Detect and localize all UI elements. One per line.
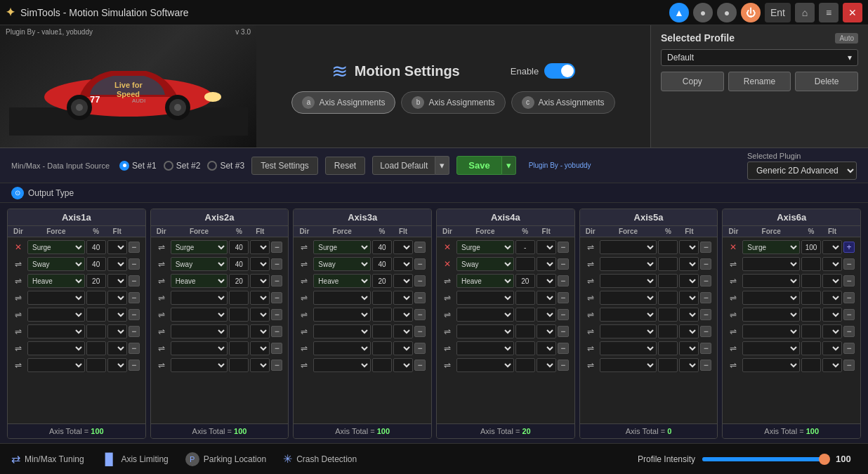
force-select[interactable] [171, 308, 228, 322]
copy-button[interactable]: Copy [661, 72, 724, 91]
force-select[interactable]: Surge [456, 240, 514, 254]
flt-select[interactable] [537, 240, 556, 254]
icon-btn-3[interactable]: ● [717, 3, 737, 22]
flt-select[interactable] [537, 341, 556, 355]
flt-select[interactable] [679, 308, 699, 322]
flt-select[interactable] [822, 341, 842, 355]
pct-input[interactable] [372, 324, 392, 338]
bottom-parking-location[interactable]: P Parking Location [185, 452, 266, 466]
force-select[interactable]: Surge [27, 240, 85, 254]
force-select[interactable] [742, 358, 800, 372]
minus-btn[interactable]: − [843, 275, 855, 287]
minus-btn[interactable]: − [414, 275, 426, 287]
force-select[interactable] [456, 358, 514, 372]
minus-btn[interactable]: − [843, 309, 855, 320]
flt-select[interactable] [107, 240, 127, 254]
minus-btn[interactable]: − [700, 343, 711, 354]
pct-input[interactable] [229, 324, 249, 338]
pct-input[interactable] [372, 240, 392, 254]
minus-btn[interactable]: − [414, 242, 426, 253]
plugin-dropdown[interactable]: Generic 2D Advanced [747, 162, 857, 180]
save-arrow[interactable]: ▾ [502, 156, 516, 175]
force-select[interactable] [27, 358, 85, 372]
force-select[interactable] [313, 341, 371, 355]
pct-input[interactable] [658, 257, 678, 271]
bottom-minmax-tuning[interactable]: ⇄ Min/Max Tuning [11, 452, 84, 466]
pct-input[interactable] [515, 274, 535, 288]
minus-btn[interactable]: − [271, 326, 282, 337]
flt-select[interactable] [822, 324, 842, 338]
force-select[interactable] [313, 291, 371, 305]
rename-button[interactable]: Rename [728, 72, 791, 91]
force-select[interactable] [313, 324, 371, 338]
flt-select[interactable] [107, 324, 127, 338]
minus-btn[interactable]: − [700, 275, 711, 287]
intensity-slider[interactable] [702, 457, 829, 461]
flt-select[interactable] [822, 358, 842, 372]
minus-btn[interactable]: − [843, 292, 855, 303]
delete-button[interactable]: Delete [795, 72, 858, 91]
force-select[interactable] [600, 341, 657, 355]
ent-button[interactable]: Ent [765, 3, 791, 22]
minus-btn[interactable]: − [129, 343, 140, 354]
flt-select[interactable] [250, 274, 270, 288]
minus-btn[interactable]: − [271, 309, 282, 320]
force-select[interactable]: Surge [171, 240, 228, 254]
force-select[interactable] [171, 358, 228, 372]
minus-btn[interactable]: − [129, 242, 140, 253]
flt-select[interactable] [679, 291, 699, 305]
flt-select[interactable] [250, 324, 270, 338]
force-select[interactable] [171, 291, 228, 305]
minus-btn[interactable]: − [271, 258, 282, 270]
pct-input[interactable] [658, 358, 678, 372]
force-select[interactable]: Sway [313, 257, 371, 271]
pct-input[interactable] [372, 291, 392, 305]
minus-btn[interactable]: − [129, 275, 140, 287]
force-select[interactable] [742, 324, 800, 338]
pct-input[interactable] [86, 240, 106, 254]
minus-btn[interactable]: − [271, 242, 282, 253]
flt-select[interactable] [537, 291, 556, 305]
pct-input[interactable] [801, 308, 821, 322]
force-select[interactable] [600, 291, 657, 305]
flt-select[interactable] [107, 291, 127, 305]
force-select[interactable]: Heave [171, 274, 228, 288]
flt-select[interactable] [250, 308, 270, 322]
pct-input[interactable] [229, 274, 249, 288]
pct-input[interactable] [515, 341, 535, 355]
menu-button[interactable]: ≡ [819, 3, 839, 22]
minus-btn[interactable]: − [843, 258, 855, 270]
force-select[interactable]: Heave [313, 274, 371, 288]
flt-select[interactable] [822, 308, 842, 322]
pct-input[interactable] [515, 257, 535, 271]
pct-input[interactable] [229, 358, 249, 372]
pct-input[interactable] [515, 240, 535, 254]
minus-btn[interactable]: − [414, 326, 426, 337]
minus-btn[interactable]: − [843, 343, 855, 354]
force-select[interactable]: Heave [27, 274, 85, 288]
minus-btn[interactable]: − [700, 360, 711, 371]
force-select[interactable] [171, 324, 228, 338]
pct-input[interactable] [372, 341, 392, 355]
force-select[interactable] [27, 291, 85, 305]
flt-select[interactable] [393, 257, 413, 271]
pct-input[interactable] [801, 341, 821, 355]
reset-button[interactable]: Reset [325, 157, 365, 175]
force-select[interactable] [171, 341, 228, 355]
flt-select[interactable] [393, 240, 413, 254]
force-select[interactable] [600, 274, 657, 288]
force-select[interactable] [600, 257, 657, 271]
force-select[interactable]: Sway [27, 257, 85, 271]
pct-input[interactable] [658, 274, 678, 288]
force-select[interactable] [600, 324, 657, 338]
minus-btn[interactable]: − [700, 326, 711, 337]
test-settings-button[interactable]: Test Settings [251, 157, 318, 175]
minus-btn[interactable]: − [558, 360, 569, 371]
force-select[interactable] [600, 308, 657, 322]
pct-input[interactable] [801, 257, 821, 271]
radio-set3[interactable]: Set #3 [207, 161, 244, 171]
force-select[interactable] [742, 291, 800, 305]
flt-select[interactable] [393, 291, 413, 305]
minus-btn[interactable]: − [700, 292, 711, 303]
force-select[interactable] [456, 324, 514, 338]
